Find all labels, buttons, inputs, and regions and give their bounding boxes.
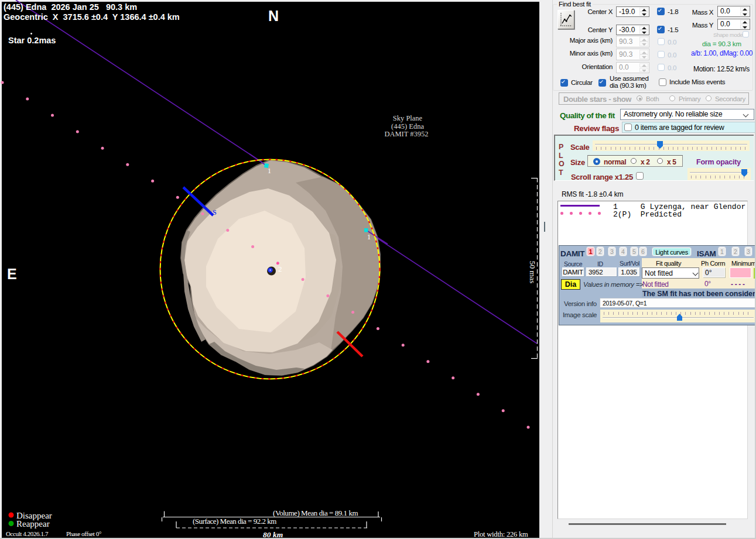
svg-text:Sky Plane: Sky Plane bbox=[393, 114, 423, 122]
svg-text:Phase offset 0°: Phase offset 0° bbox=[66, 530, 101, 537]
svg-text:(445) Edna 2026 Jan 25 90.3: (445) Edna 2026 Jan 25 90.3 km bbox=[4, 2, 137, 12]
svg-text:Plot width: 226 km: Plot width: 226 km bbox=[474, 530, 528, 538]
svg-text:Reappear: Reappear bbox=[16, 519, 50, 528]
svg-text:E: E bbox=[7, 266, 17, 282]
svg-text:Geocentric X 3715.6 ±0.4 Y: Geocentric X 3715.6 ±0.4 Y 1366.4 ±0.4 k… bbox=[4, 12, 180, 22]
svg-text:S: S bbox=[213, 208, 217, 217]
svg-text:(445) Edna: (445) Edna bbox=[391, 122, 424, 131]
svg-text:1: 1 bbox=[367, 233, 371, 241]
svg-text:Star 0.2mas: Star 0.2mas bbox=[8, 36, 56, 45]
svg-text:Occult 4.2026.1.7: Occult 4.2026.1.7 bbox=[6, 530, 49, 537]
svg-text:N: N bbox=[268, 8, 279, 24]
svg-text:DAMIT #3952: DAMIT #3952 bbox=[384, 130, 428, 138]
svg-text:50 mas: 50 mas bbox=[528, 261, 537, 284]
svg-text:2: 2 bbox=[278, 265, 282, 273]
svg-text:(Surface) Mean dia = 92.2 km: (Surface) Mean dia = 92.2 km bbox=[193, 517, 276, 526]
svg-text:(Volume) Mean dia = 89.1 km: (Volume) Mean dia = 89.1 km bbox=[273, 509, 358, 517]
svg-text:1: 1 bbox=[268, 167, 271, 175]
